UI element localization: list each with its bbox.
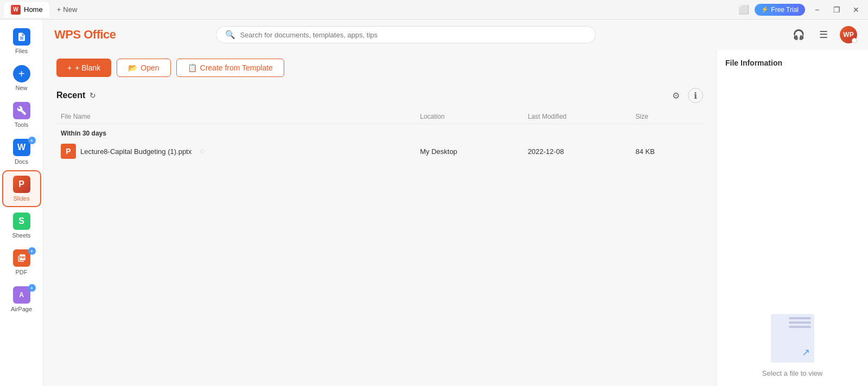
preview-line-2 xyxy=(789,321,811,324)
sheets-icon: S xyxy=(13,213,30,230)
sidebar-item-docs[interactable]: W Docs + xyxy=(3,134,40,169)
sidebar-toggle-button[interactable]: ⬜ xyxy=(737,3,750,16)
sidebar-item-new[interactable]: + New xyxy=(3,61,40,95)
template-icon: 📋 xyxy=(188,63,197,72)
blank-label: + Blank xyxy=(75,63,100,72)
sidebar-item-tools[interactable]: Tools xyxy=(3,98,40,132)
maximize-button[interactable]: ❐ xyxy=(829,2,844,17)
title-bar-right: ⬜ Free Trial − ❐ ✕ xyxy=(737,2,864,17)
recent-section-header: Recent ↻ ⚙ ℹ xyxy=(56,88,703,103)
template-label: Create from Template xyxy=(200,63,273,72)
group-label: Within 30 days xyxy=(56,124,703,140)
file-name-cell: P Lecture8-Capital Budgeting (1).pptx ☆ xyxy=(56,139,416,163)
files-label: Files xyxy=(15,48,28,54)
preview-line-1 xyxy=(789,317,811,319)
home-tab-label: Home xyxy=(24,5,43,14)
file-location: My Desktop xyxy=(416,139,524,163)
open-label: Open xyxy=(141,63,159,72)
avatar[interactable]: WP xyxy=(840,26,857,43)
info-placeholder-text: Select a file to view xyxy=(762,369,822,377)
avatar-status-dot xyxy=(852,38,857,43)
airpage-label: AirPage xyxy=(11,306,32,312)
new-tab-plus-icon: + xyxy=(57,5,61,14)
docs-icon: W xyxy=(13,139,30,156)
create-from-template-button[interactable]: 📋 Create from Template xyxy=(176,59,284,77)
app-logo: WPS Office xyxy=(54,28,116,42)
free-trial-button[interactable]: Free Trial xyxy=(755,4,805,16)
star-button[interactable]: ☆ xyxy=(199,147,206,156)
cursor-icon: ↗ xyxy=(802,346,810,358)
search-input[interactable] xyxy=(240,31,586,39)
blank-button[interactable]: + + Blank xyxy=(56,59,111,77)
sidebar-item-pdf[interactable]: PDF + xyxy=(3,245,40,280)
menu-icon[interactable]: ☰ xyxy=(815,26,832,43)
refresh-button[interactable]: ↻ xyxy=(90,91,96,100)
pdf-badge: + xyxy=(28,247,36,255)
airpage-icon: A xyxy=(13,286,30,304)
sidebar-item-slides[interactable]: P Slides xyxy=(3,171,40,206)
search-icon: 🔍 xyxy=(225,30,235,40)
airpage-badge: + xyxy=(28,284,36,292)
toolbar: + + Blank 📂 Open 📋 Create from Template xyxy=(56,59,703,77)
new-label: New xyxy=(15,85,27,91)
sidebar-item-sheets[interactable]: S Sheets xyxy=(3,208,40,243)
slides-icon: P xyxy=(13,176,30,193)
col-filename: File Name xyxy=(56,110,416,124)
file-type-icon: P xyxy=(61,144,76,159)
docs-badge: + xyxy=(28,137,36,144)
section-actions: ⚙ ℹ xyxy=(668,88,703,103)
info-panel: File Information ↗ Select a file to view xyxy=(716,50,868,386)
preview-line-3 xyxy=(789,326,811,328)
files-icon xyxy=(13,28,30,46)
file-table: File Name Location Last Modified Size Wi… xyxy=(56,110,703,163)
pdf-label: PDF xyxy=(16,269,28,275)
open-icon: 📂 xyxy=(128,63,137,72)
close-button[interactable]: ✕ xyxy=(848,2,864,17)
sidebar: Files + New Tools W Docs + P Slides S Sh… xyxy=(0,20,43,386)
main-area: WPS Office 🔍 🎧 ☰ WP xyxy=(43,20,868,386)
settings-icon[interactable]: ⚙ xyxy=(668,88,684,103)
app-container: Files + New Tools W Docs + P Slides S Sh… xyxy=(0,20,868,386)
group-header-row: Within 30 days xyxy=(56,124,703,140)
recent-title: Recent xyxy=(56,91,85,100)
col-location: Location xyxy=(416,110,524,124)
tools-label: Tools xyxy=(15,121,29,128)
file-size: 84 KB xyxy=(631,139,703,163)
file-name: Lecture8-Capital Budgeting (1).pptx xyxy=(80,147,192,156)
info-panel-title: File Information xyxy=(725,59,782,67)
col-size: Size xyxy=(631,110,703,124)
file-area: + + Blank 📂 Open 📋 Create from Template … xyxy=(43,50,716,386)
home-tab[interactable]: Home xyxy=(4,2,49,17)
app-header: WPS Office 🔍 🎧 ☰ WP xyxy=(43,20,868,50)
new-tab-label: New xyxy=(63,5,77,14)
file-preview-icon: ↗ xyxy=(771,314,814,363)
title-bar: Home + New ⬜ Free Trial − ❐ ✕ xyxy=(0,0,868,20)
blank-plus-icon: + xyxy=(67,63,72,72)
sidebar-item-airpage[interactable]: A AirPage + xyxy=(3,282,40,317)
headset-icon[interactable]: 🎧 xyxy=(790,26,807,43)
table-row[interactable]: P Lecture8-Capital Budgeting (1).pptx ☆ … xyxy=(56,139,703,163)
minimize-button[interactable]: − xyxy=(809,2,825,17)
info-icon[interactable]: ℹ xyxy=(688,88,703,103)
header-right: 🎧 ☰ WP xyxy=(790,26,857,43)
search-bar[interactable]: 🔍 xyxy=(216,26,596,43)
slides-label: Slides xyxy=(14,195,30,202)
new-tab[interactable]: + New xyxy=(53,3,82,16)
logo-text-office: Office xyxy=(81,28,116,41)
col-lastmodified: Last Modified xyxy=(524,110,631,124)
sidebar-item-files[interactable]: Files xyxy=(3,24,40,59)
open-button[interactable]: 📂 Open xyxy=(117,59,170,77)
logo-text-wps: WPS xyxy=(54,28,81,41)
pdf-icon xyxy=(13,249,30,267)
docs-label: Docs xyxy=(15,158,28,165)
new-icon: + xyxy=(13,65,30,82)
file-modified: 2022-12-08 xyxy=(524,139,631,163)
content-area: + + Blank 📂 Open 📋 Create from Template … xyxy=(43,50,868,386)
wps-logo-icon xyxy=(11,5,21,15)
sheets-label: Sheets xyxy=(12,232,30,239)
info-placeholder: ↗ Select a file to view xyxy=(762,314,822,377)
tools-icon xyxy=(13,102,30,119)
